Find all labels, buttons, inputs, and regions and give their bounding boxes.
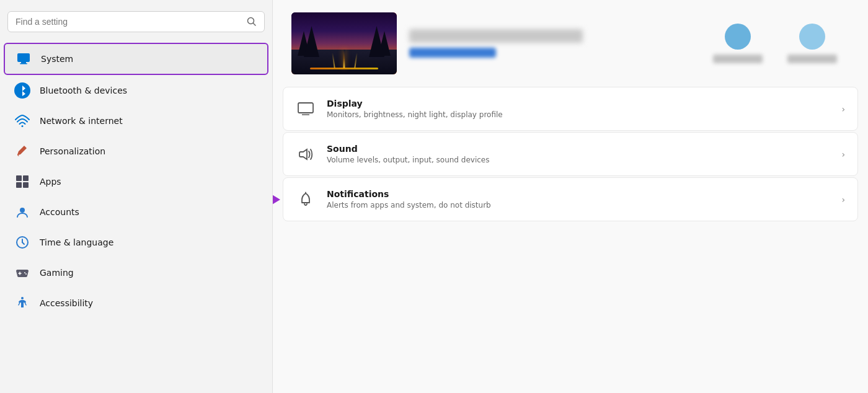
sidebar-item-apps[interactable]: Apps: [4, 167, 268, 196]
accessibility-icon: [14, 294, 31, 312]
settings-item-sound[interactable]: Sound Volume levels, output, input, soun…: [283, 132, 858, 176]
accounts-icon: [14, 203, 31, 221]
sidebar-item-system[interactable]: System: [4, 43, 268, 75]
svg-rect-21: [298, 103, 313, 113]
sound-title: Sound: [327, 144, 830, 154]
monitor-icon: [15, 50, 32, 68]
profile-name-blur-right2: [787, 55, 837, 63]
profile-avatar-top: [725, 24, 751, 50]
svg-rect-7: [23, 175, 29, 181]
notifications-desc: Alerts from apps and system, do not dist…: [327, 201, 830, 210]
display-text: Display Monitors, brightness, night ligh…: [327, 99, 830, 119]
display-desc: Monitors, brightness, night light, displ…: [327, 110, 830, 119]
sidebar-item-gaming-label: Gaming: [40, 268, 74, 278]
sidebar-item-accessibility[interactable]: Accessibility: [4, 288, 268, 318]
wifi-icon: [14, 112, 31, 130]
notifications-chevron: ›: [841, 195, 845, 205]
sound-icon: [296, 144, 316, 164]
profile-name-blur-right: [713, 55, 763, 63]
sidebar-item-time-label: Time & language: [40, 237, 113, 247]
svg-rect-8: [16, 182, 22, 188]
svg-rect-4: [20, 63, 27, 64]
sidebar-item-personalization-label: Personalization: [40, 146, 105, 156]
profile-subtitle: [409, 48, 496, 58]
svg-point-17: [25, 273, 27, 275]
main-content: Display Monitors, brightness, night ligh…: [273, 0, 868, 393]
search-icon: [247, 17, 257, 27]
sidebar-item-time[interactable]: Time & language: [4, 227, 268, 257]
sidebar-item-gaming[interactable]: Gaming: [4, 258, 268, 288]
gaming-icon: [14, 264, 31, 281]
sidebar-item-apps-label: Apps: [40, 177, 61, 187]
svg-point-5: [22, 125, 24, 127]
brush-icon: [14, 143, 31, 160]
apps-icon: [14, 173, 31, 190]
profile-right-top: [713, 24, 763, 63]
search-input[interactable]: [16, 17, 242, 27]
sound-chevron: ›: [841, 149, 845, 159]
bluetooth-icon: [14, 82, 31, 99]
svg-rect-3: [21, 62, 26, 63]
svg-line-20: [25, 302, 26, 305]
notifications-title: Notifications: [327, 189, 830, 199]
svg-line-19: [19, 302, 20, 305]
sidebar-item-bluetooth[interactable]: Bluetooth & devices: [4, 76, 268, 105]
svg-point-18: [21, 297, 24, 299]
sidebar: System Bluetooth & devices: [0, 0, 273, 393]
arrow-annotation: [273, 194, 280, 205]
profile-name: [409, 29, 583, 43]
search-box[interactable]: [7, 11, 265, 32]
svg-line-1: [254, 24, 256, 26]
svg-rect-6: [16, 175, 22, 181]
arrow-head: [273, 194, 280, 205]
sidebar-item-accounts[interactable]: Accounts: [4, 197, 268, 227]
sidebar-item-accounts-label: Accounts: [40, 207, 79, 217]
settings-list: Display Monitors, brightness, night ligh…: [273, 87, 868, 231]
profile-info: [409, 29, 701, 58]
svg-rect-9: [23, 182, 29, 188]
nav-list: System Bluetooth & devices: [0, 42, 272, 387]
profile-right-bottom: [787, 24, 837, 63]
svg-rect-2: [17, 53, 30, 62]
settings-item-notifications[interactable]: Notifications Alerts from apps and syste…: [283, 177, 858, 221]
settings-item-display[interactable]: Display Monitors, brightness, night ligh…: [283, 87, 858, 131]
sidebar-item-system-label: System: [41, 54, 73, 64]
notifications-text: Notifications Alerts from apps and syste…: [327, 189, 830, 210]
svg-line-13: [22, 242, 24, 244]
display-chevron: ›: [841, 104, 845, 114]
sound-desc: Volume levels, output, input, sound devi…: [327, 156, 830, 164]
display-title: Display: [327, 99, 830, 108]
sidebar-item-network-label: Network & internet: [40, 116, 123, 126]
sidebar-item-network[interactable]: Network & internet: [4, 106, 268, 136]
profile-thumbnail: [291, 12, 397, 74]
sound-text: Sound Volume levels, output, input, soun…: [327, 144, 830, 164]
display-icon: [296, 99, 316, 119]
clock-icon: [14, 234, 31, 251]
svg-point-16: [24, 272, 25, 273]
profile-avatar-bottom: [799, 24, 825, 50]
sidebar-item-bluetooth-label: Bluetooth & devices: [40, 86, 127, 95]
profile-section: [273, 0, 868, 87]
notifications-icon: [296, 190, 316, 210]
sidebar-item-personalization[interactable]: Personalization: [4, 136, 268, 166]
svg-point-10: [20, 208, 25, 213]
sidebar-item-accessibility-label: Accessibility: [40, 298, 93, 308]
